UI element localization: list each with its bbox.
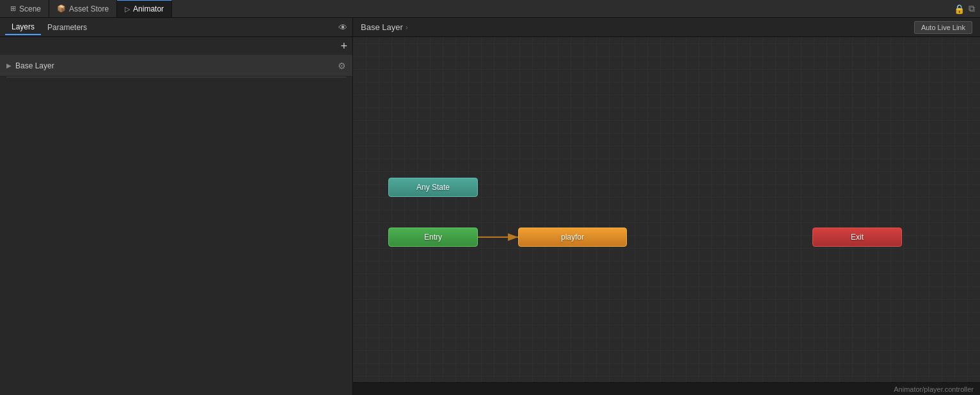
- asset-store-icon: 📦: [57, 4, 66, 13]
- layer-arrow-icon: ▶: [6, 62, 12, 69]
- layer-divider: [6, 77, 346, 77]
- breadcrumb-arrow: ›: [406, 23, 408, 32]
- tab-asset-store[interactable]: 📦 Asset Store: [49, 0, 117, 17]
- tab-animator[interactable]: ▷ Animator: [117, 0, 172, 17]
- layer-name: Base Layer: [15, 61, 338, 70]
- scene-icon: ⊞: [10, 4, 16, 13]
- breadcrumb: Base Layer: [361, 22, 403, 32]
- tab-animator-label: Animator: [133, 4, 164, 13]
- main-layout: Layers Parameters 👁 + ▶ Base Layer ⚙ Bas…: [0, 18, 980, 395]
- status-bar: Animator/player.controller: [353, 382, 980, 395]
- any-state-node[interactable]: Any State: [388, 178, 478, 197]
- tab-layers[interactable]: Layers: [5, 20, 41, 35]
- gear-icon[interactable]: ⚙: [338, 61, 346, 71]
- base-layer-item[interactable]: ▶ Base Layer ⚙: [0, 55, 352, 77]
- any-state-label: Any State: [416, 183, 450, 192]
- window-controls: 🔒 ⧉: [954, 3, 980, 14]
- tab-bar: ⊞ Scene 📦 Asset Store ▷ Animator 🔒 ⧉: [0, 0, 980, 18]
- exit-node[interactable]: Exit: [812, 228, 902, 247]
- animator-icon: ▷: [125, 5, 130, 13]
- animator-canvas[interactable]: Base Layer › Auto Live Link Any State: [353, 18, 980, 395]
- lock-icon[interactable]: 🔒: [954, 4, 965, 14]
- exit-label: Exit: [851, 233, 864, 242]
- left-panel: Layers Parameters 👁 + ▶ Base Layer ⚙: [0, 18, 353, 395]
- panel-toolbar: +: [0, 37, 352, 55]
- eye-icon[interactable]: 👁: [338, 22, 347, 33]
- tab-asset-store-label: Asset Store: [69, 4, 109, 13]
- add-layer-button[interactable]: +: [340, 40, 347, 52]
- tab-parameters[interactable]: Parameters: [41, 20, 93, 35]
- tab-scene[interactable]: ⊞ Scene: [3, 0, 49, 17]
- playfor-node[interactable]: playfor: [518, 228, 627, 247]
- playfor-label: playfor: [561, 233, 584, 242]
- entry-label: Entry: [424, 233, 442, 242]
- status-path: Animator/player.controller: [894, 385, 974, 393]
- canvas-header: Base Layer › Auto Live Link: [353, 18, 980, 37]
- panel-tabs: Layers Parameters 👁: [0, 18, 352, 37]
- auto-live-link-button[interactable]: Auto Live Link: [914, 21, 972, 34]
- maximize-icon[interactable]: ⧉: [968, 3, 975, 14]
- grid-background: [353, 18, 980, 395]
- tab-scene-label: Scene: [19, 4, 41, 13]
- entry-node[interactable]: Entry: [388, 228, 478, 247]
